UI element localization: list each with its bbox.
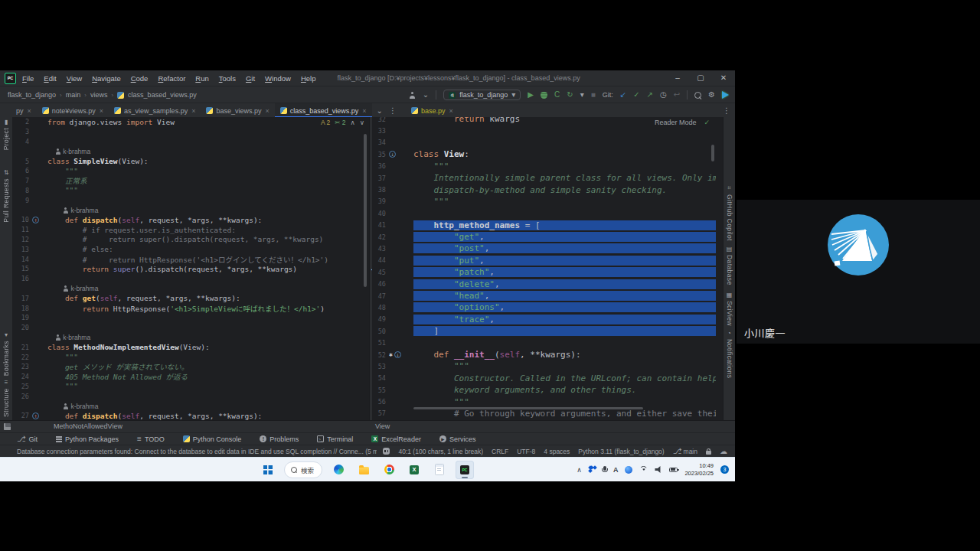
tool-window-button-todo[interactable]: ≡TODO [137, 435, 165, 443]
code-line[interactable]: 25 """ [12, 382, 369, 392]
breadcrumb-item[interactable]: views [90, 91, 108, 99]
code-line[interactable]: 26 [12, 391, 369, 401]
tab-base-py[interactable]: base.py× [406, 103, 459, 118]
coverage-button[interactable]: C [554, 91, 560, 99]
undo-button[interactable]: ↩ [674, 91, 680, 99]
tool-window-button-git[interactable]: ⎇Git [17, 435, 38, 443]
microphone-icon[interactable] [603, 466, 606, 471]
code-line[interactable]: k-brahma [12, 205, 369, 215]
prev-problem-icon[interactable]: ∧ [351, 119, 355, 126]
implemented-marker-icon[interactable]: ↓ [389, 151, 396, 158]
right-editor-hscrollbar[interactable] [413, 407, 643, 409]
cloud-sync-icon[interactable]: ☁ [720, 448, 727, 455]
code-line[interactable]: 44 "put", [372, 255, 716, 266]
breadcrumb-item[interactable]: class_based_views.py [128, 91, 197, 99]
start-button[interactable] [259, 461, 277, 479]
sidebar-item-github-copilot[interactable]: ⌗GitHub Copilot [724, 184, 735, 241]
code-line[interactable]: 16 [12, 274, 369, 284]
left-editor-content[interactable]: 2from django.views import View34 k-brahm… [12, 117, 369, 420]
menu-refactor[interactable]: Refactor [158, 74, 185, 83]
tool-window-button-services[interactable]: ▶Services [439, 435, 476, 443]
menu-code[interactable]: Code [131, 74, 149, 83]
next-problem-icon[interactable]: ∨ [360, 119, 364, 126]
code-line[interactable]: 48 "options", [372, 302, 716, 313]
sidebar-item-bookmarks[interactable]: ▾Bookmarks [0, 331, 12, 376]
tool-window-button-python-packages[interactable]: Python Packages [56, 435, 119, 443]
tab-base-views-py[interactable]: base_views.py× [201, 103, 274, 118]
typo-count[interactable]: ✂ 2 [335, 119, 345, 126]
code-line[interactable]: 53 """ [372, 360, 716, 372]
right-editor-breadcrumb[interactable]: View [375, 422, 390, 430]
code-line[interactable]: 24 405 Method Not Allowed が返る [12, 372, 369, 382]
tool-window-layout-icon[interactable] [4, 423, 11, 430]
code-line[interactable]: k-brahma [12, 333, 369, 343]
code-line[interactable]: 38 dispatch-by-method and simple sanity … [372, 184, 716, 195]
taskbar-search[interactable]: 検索 [284, 461, 322, 478]
debug-button[interactable] [541, 92, 547, 99]
menu-edit[interactable]: Edit [44, 74, 56, 83]
code-line[interactable]: 8 """ [12, 186, 369, 196]
tab-close-icon[interactable]: × [265, 107, 269, 115]
menu-tools[interactable]: Tools [219, 74, 236, 83]
profile-chevron-icon[interactable]: ⌄ [423, 91, 429, 99]
code-line[interactable]: 42 "get", [372, 231, 716, 243]
git-update-button[interactable]: ↙ [620, 91, 626, 99]
taskbar-clock[interactable]: 10:492023/02/25 [684, 462, 714, 477]
code-line[interactable]: 54 Constructor. Called in the URLconf; c… [372, 373, 716, 384]
code-line[interactable]: 33 [372, 125, 716, 136]
notification-badge[interactable]: 3 [720, 465, 729, 474]
code-line[interactable]: 50 ] [372, 325, 716, 337]
code-line[interactable]: 10↑ def dispatch(self, request, *args, *… [12, 215, 369, 225]
menu-git[interactable]: Git [246, 74, 255, 83]
sidebar-item-pull-requests[interactable]: ⇅Pull Requests [0, 169, 12, 223]
code-line[interactable]: 6 """ [12, 166, 369, 176]
tabs-chevron-icon[interactable]: ⌄ [377, 107, 383, 115]
git-commit-button[interactable]: ✓ [633, 91, 639, 99]
battery-icon[interactable] [669, 468, 678, 472]
right-tabs-more-icon[interactable]: ⋮ [723, 107, 730, 115]
reader-mode-label[interactable]: Reader Mode [655, 119, 697, 126]
code-line[interactable]: 5class SimpleView(View): [12, 156, 369, 166]
code-line[interactable]: 11 # if request.user.is_authenticated: [12, 225, 369, 235]
code-line[interactable]: 15 return super().dispatch(request, *arg… [12, 264, 369, 274]
tab-py[interactable]: py× [11, 103, 37, 118]
file-encoding[interactable]: UTF-8 [517, 448, 535, 455]
menu-file[interactable]: File [22, 74, 34, 83]
tab-as-view-samples-py[interactable]: as_view_samples.py× [109, 103, 201, 118]
code-line[interactable]: 47 "head", [372, 290, 716, 302]
code-line[interactable]: 40 [372, 207, 716, 219]
code-line[interactable]: 2from django.views import View [12, 117, 369, 127]
left-editor-scrollbar[interactable] [364, 134, 367, 287]
code-line[interactable]: 14 # return HttpResponse('<h1>ログインしてください… [12, 254, 369, 264]
edge-app-icon[interactable] [329, 461, 348, 479]
right-editor[interactable]: 32 return kwargs333435↓class View:36 """… [372, 117, 716, 420]
code-line[interactable]: 55 keyword arguments, and other things. [372, 384, 716, 396]
code-line[interactable]: 49 "trace", [372, 314, 716, 325]
dropbox-icon[interactable] [589, 466, 596, 473]
menu-help[interactable]: Help [301, 74, 316, 83]
indent-style[interactable]: 4 spaces [544, 448, 570, 455]
right-editor-content[interactable]: 32 return kwargs333435↓class View:36 """… [372, 117, 716, 419]
code-line[interactable]: 35↓class View: [372, 148, 716, 160]
profiler-chevron-icon[interactable]: ▾ [580, 91, 584, 99]
sidebar-item-notifications[interactable]: ◔Notifications [724, 330, 735, 379]
status-message[interactable]: Database connection parameters found: Co… [17, 448, 377, 455]
code-line[interactable]: 22 """ [12, 352, 369, 362]
code-line[interactable]: 20 [12, 323, 369, 333]
sidebar-item-database[interactable]: ▤Database [724, 246, 735, 285]
tool-window-button-python-console[interactable]: Python Console [183, 435, 242, 443]
code-line[interactable]: 23 get メソッド が実装されていない。 [12, 362, 369, 372]
local-history-button[interactable]: ◷ [660, 91, 667, 99]
left-editor-breadcrumb[interactable]: MethoNotAllowedView [54, 422, 122, 430]
code-line[interactable]: 56 """ [372, 396, 716, 407]
code-line[interactable]: 17 def get(self, request, *args, **kwarg… [12, 293, 369, 303]
git-branch-widget[interactable]: ⎇ main [673, 448, 697, 455]
code-line[interactable]: 9 [12, 195, 369, 205]
run-configuration-select[interactable]: djflask_to_django▾ [443, 90, 521, 100]
tab-close-icon[interactable]: × [362, 107, 366, 115]
code-line[interactable]: 13 # else: [12, 244, 369, 254]
code-line[interactable]: 51 [372, 337, 716, 348]
search-everywhere-button[interactable] [694, 92, 701, 99]
run-button[interactable]: ▶ [528, 91, 534, 99]
copilot-orb-icon[interactable] [625, 466, 632, 474]
